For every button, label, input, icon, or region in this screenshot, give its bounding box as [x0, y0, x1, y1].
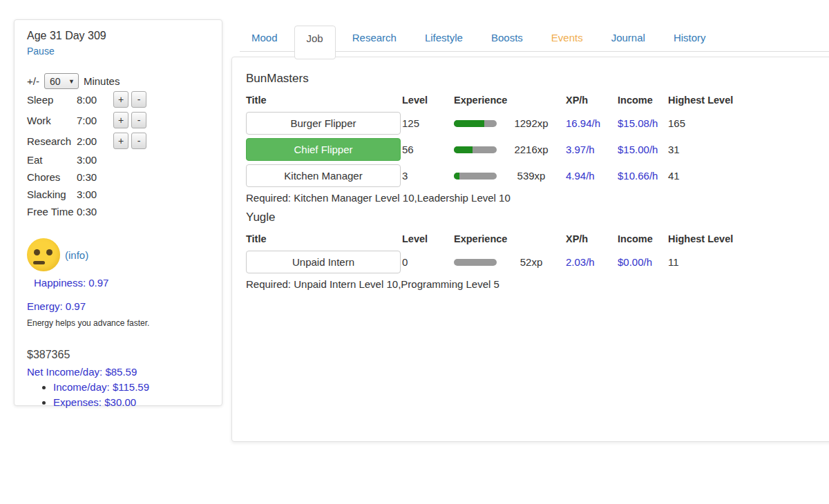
time-row-label: Chores: [27, 171, 77, 183]
experience-bar: [454, 173, 497, 180]
time-row-value: 7:00: [77, 115, 113, 126]
time-row-value: 0:30: [77, 171, 113, 183]
experience-bar: [454, 146, 497, 153]
tab-boosts[interactable]: Boosts: [479, 26, 535, 50]
job-button-burger-flipper[interactable]: Burger Flipper: [246, 112, 401, 135]
job-xp-per-hour: 2.03/h: [566, 256, 618, 268]
tab-journal[interactable]: Journal: [600, 26, 657, 50]
column-header-income: Income: [618, 95, 668, 106]
time-row-value: 3:00: [77, 154, 113, 166]
list-item: Expenses: $30.00: [53, 396, 209, 408]
column-header-experience: Experience: [454, 95, 566, 106]
sleep-decrease-button[interactable]: -: [131, 91, 146, 108]
time-row-value: 2:00: [77, 135, 113, 147]
job-level: 0: [402, 256, 454, 268]
finance-breakdown-list: Income/day: $115.59 Expenses: $30.00: [27, 381, 209, 408]
expenses-value: Expenses: $30.00: [53, 396, 136, 408]
job-button-unpaid-intern[interactable]: Unpaid Intern: [246, 251, 401, 273]
tab-lifestyle[interactable]: Lifestyle: [413, 26, 475, 50]
main-tab-bar: Mood Job Research Lifestyle Boosts Event…: [240, 26, 829, 52]
happiness-value: Happiness: 0.97: [34, 277, 209, 289]
job-button-chief-flipper[interactable]: Chief Flipper: [246, 138, 401, 161]
time-row-value: 8:00: [77, 94, 113, 106]
research-decrease-button[interactable]: -: [131, 133, 146, 149]
company-name: Yugle: [246, 211, 821, 224]
column-header-highest: Highest Level: [668, 233, 821, 244]
job-xp: 1292xp: [497, 117, 566, 129]
mood-row: (info): [27, 238, 209, 271]
minutes-select[interactable]: 60 ▼: [44, 73, 79, 89]
neutral-face-icon: [27, 238, 60, 271]
time-row-sleep: Sleep 8:00 + -: [27, 89, 209, 110]
experience-bar-fill: [454, 146, 473, 153]
happiness-info-link[interactable]: (info): [65, 249, 88, 261]
table-row: Unpaid Intern 0 52xp 2.03/h $0.00/h 11: [246, 251, 821, 273]
table-row: Burger Flipper 125 1292xp 16.94/h $15.08…: [246, 112, 821, 135]
status-sidebar: Age 31 Day 309 Pause +/- 60 ▼ Minutes Sl…: [14, 19, 222, 406]
time-adjust-row: +/- 60 ▼ Minutes: [27, 73, 209, 89]
list-item: Income/day: $115.59: [53, 381, 209, 393]
job-xp-per-hour: 3.97/h: [566, 144, 618, 155]
time-adjust-suffix: Minutes: [84, 75, 120, 87]
column-header-experience: Experience: [454, 233, 566, 244]
time-row-chores: Chores 0:30: [27, 168, 209, 186]
tab-events[interactable]: Events: [540, 26, 595, 50]
column-header-xph: XP/h: [566, 95, 618, 106]
column-header-title: Title: [246, 233, 402, 244]
job-xp-per-hour: 16.94/h: [566, 117, 618, 129]
emoji-right-eye: [46, 249, 53, 255]
job-xp: 52xp: [497, 256, 566, 268]
time-row-work: Work 7:00 + -: [27, 110, 209, 130]
column-header-level: Level: [402, 233, 454, 244]
job-level: 125: [402, 117, 454, 129]
time-row-label: Free Time: [27, 206, 77, 217]
job-highest-level: 165: [668, 117, 821, 129]
pause-link[interactable]: Pause: [27, 46, 55, 57]
research-increase-button[interactable]: +: [113, 133, 128, 149]
tab-job[interactable]: Job: [294, 26, 336, 59]
table-row: Kitchen Manager 3 539xp 4.94/h $10.66/h …: [246, 164, 821, 187]
company-section-yugle: Yugle Title Level Experience XP/h Income…: [246, 211, 821, 290]
time-row-label: Slacking: [27, 188, 77, 200]
job-highest-level: 31: [668, 144, 821, 155]
time-row-label: Eat: [27, 154, 77, 166]
job-level: 56: [402, 144, 454, 155]
tab-research[interactable]: Research: [341, 26, 408, 50]
column-header-title: Title: [246, 95, 402, 106]
chevron-down-icon: ▼: [68, 78, 75, 85]
tab-history[interactable]: History: [662, 26, 718, 50]
energy-note: Energy helps you advance faster.: [27, 318, 209, 328]
time-row-label: Research: [27, 135, 77, 147]
time-row-value: 3:00: [77, 188, 113, 200]
required-skills-note: Required: Kitchen Manager Level 10,Leade…: [246, 192, 821, 204]
company-name: BunMasters: [246, 72, 821, 86]
work-increase-button[interactable]: +: [113, 112, 128, 128]
time-row-label: Work: [27, 115, 77, 126]
experience-bar: [454, 259, 497, 266]
emoji-mouth: [33, 261, 45, 264]
energy-value: Energy: 0.97: [27, 300, 209, 312]
time-adjust-prefix: +/-: [27, 75, 39, 87]
job-highest-level: 11: [668, 256, 821, 268]
age-day-label: Age 31 Day 309: [27, 30, 209, 42]
work-decrease-button[interactable]: -: [131, 112, 146, 128]
job-income: $0.00/h: [618, 256, 668, 268]
job-level: 3: [402, 170, 454, 182]
income-per-day-value: Income/day: $115.59: [53, 381, 149, 393]
tab-mood[interactable]: Mood: [240, 26, 289, 50]
time-row-eat: Eat 3:00: [27, 151, 209, 168]
job-table-header: Title Level Experience XP/h Income Highe…: [246, 231, 821, 251]
experience-bar: [454, 120, 497, 127]
minutes-select-value: 60: [50, 76, 61, 87]
job-highest-level: 41: [668, 170, 821, 182]
column-header-highest: Highest Level: [668, 95, 821, 106]
job-button-kitchen-manager[interactable]: Kitchen Manager: [246, 164, 401, 187]
job-income: $15.08/h: [618, 117, 668, 129]
job-income: $15.00/h: [618, 144, 668, 155]
net-income-value: Net Income/day: $85.59: [27, 366, 209, 378]
job-xp: 539xp: [497, 170, 566, 182]
sleep-increase-button[interactable]: +: [113, 91, 128, 108]
time-row-slacking: Slacking 3:00: [27, 186, 209, 203]
required-skills-note: Required: Unpaid Intern Level 10,Program…: [246, 278, 821, 290]
emoji-left-eye: [34, 249, 40, 255]
